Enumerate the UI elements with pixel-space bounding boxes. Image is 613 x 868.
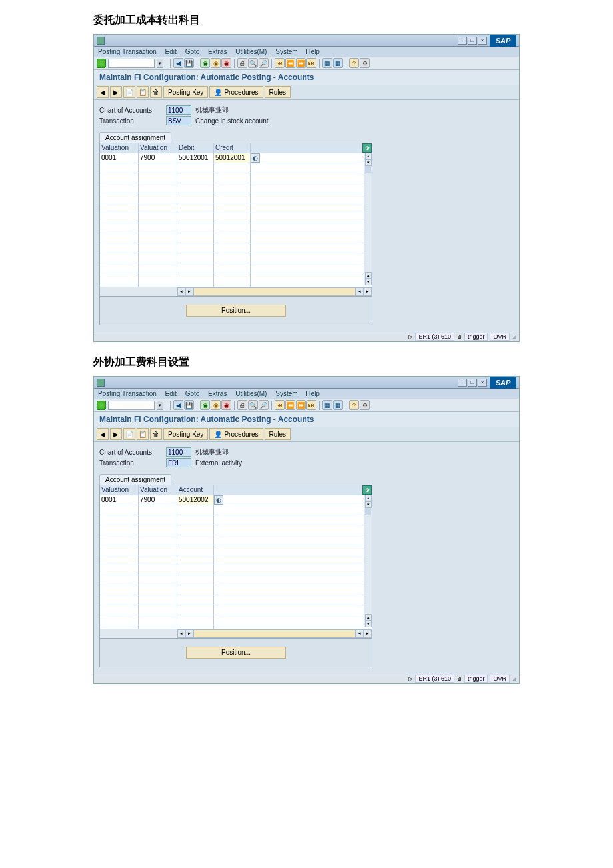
close-icon[interactable]: × — [478, 37, 487, 45]
rules-button[interactable]: Rules — [265, 428, 291, 440]
find-next-icon[interactable]: 🔎 — [259, 58, 269, 68]
new-entries-icon[interactable]: 📄 — [123, 86, 135, 98]
table-row[interactable]: 0001 7900 50012002 ◐ — [100, 495, 372, 505]
enter-icon[interactable] — [97, 59, 106, 68]
delete-icon[interactable]: 🗑 — [150, 428, 162, 440]
tab-account-assignment[interactable]: Account assignment — [99, 474, 171, 485]
menu-system[interactable]: System — [275, 48, 297, 55]
cancel-icon[interactable]: ◉ — [221, 58, 231, 68]
command-dropdown-icon[interactable]: ▾ — [157, 401, 163, 410]
hscroll-left2-icon[interactable]: ◂ — [356, 629, 364, 638]
layout-icon[interactable]: ⚙ — [360, 400, 370, 410]
menu-edit[interactable]: Edit — [165, 48, 177, 55]
copy-icon[interactable]: 📋 — [137, 428, 149, 440]
hscroll-right2-icon[interactable]: ▸ — [364, 287, 372, 296]
menu-utilities[interactable]: Utilities(M) — [235, 390, 267, 397]
hscroll-left-icon[interactable]: ◂ — [177, 629, 185, 638]
menu-help[interactable]: Help — [306, 48, 320, 55]
command-field[interactable] — [108, 401, 155, 410]
search-help-icon[interactable]: ◐ — [251, 153, 260, 163]
menu-goto[interactable]: Goto — [185, 48, 200, 55]
grid-config-icon[interactable]: ⚙ — [362, 485, 372, 495]
last-page-icon[interactable]: ⏭ — [306, 58, 316, 68]
grid-config-icon[interactable]: ⚙ — [362, 143, 372, 153]
procedures-button[interactable]: 👤Procedures — [209, 86, 263, 98]
enter-icon[interactable] — [97, 401, 106, 410]
scroll-down-icon[interactable]: ▾ — [365, 501, 372, 508]
shortcut-icon[interactable]: ▦ — [333, 58, 343, 68]
menu-help[interactable]: Help — [306, 390, 320, 397]
posting-key-button[interactable]: Posting Key — [163, 86, 208, 98]
rules-button[interactable]: Rules — [265, 86, 291, 98]
horizontal-scrollbar[interactable]: ◂ ▸ ◂ ▸ — [100, 629, 372, 638]
find-icon[interactable]: 🔍 — [248, 400, 258, 410]
find-icon[interactable]: 🔍 — [248, 58, 258, 68]
copy-icon[interactable]: 📋 — [137, 86, 149, 98]
prev-page-icon[interactable]: ⏪ — [285, 400, 295, 410]
cell-vm[interactable]: 0001 — [100, 495, 139, 505]
minimize-icon[interactable]: — — [458, 379, 467, 387]
exit-icon[interactable]: ◉ — [211, 400, 221, 410]
new-session-icon[interactable]: ▦ — [322, 58, 332, 68]
delete-icon[interactable]: 🗑 — [150, 86, 162, 98]
hscroll-right-icon[interactable]: ▸ — [185, 629, 193, 638]
help-icon[interactable]: ? — [349, 400, 359, 410]
search-help-icon[interactable]: ◐ — [214, 495, 223, 505]
scroll-up2-icon[interactable]: ▴ — [365, 272, 372, 279]
scroll-up-icon[interactable]: ▴ — [365, 153, 372, 159]
last-page-icon[interactable]: ⏭ — [306, 400, 316, 410]
menu-extras[interactable]: Extras — [208, 48, 227, 55]
command-dropdown-icon[interactable]: ▾ — [157, 59, 163, 68]
scroll-up-icon[interactable]: ▴ — [365, 495, 372, 501]
next-icon[interactable]: ▶ — [110, 86, 122, 98]
close-icon[interactable]: × — [478, 379, 487, 387]
next-icon[interactable]: ▶ — [110, 428, 122, 440]
first-page-icon[interactable]: ⏮ — [275, 400, 285, 410]
hscroll-left2-icon[interactable]: ◂ — [356, 287, 364, 296]
menu-goto[interactable]: Goto — [185, 390, 200, 397]
cell-account[interactable]: 50012002 — [177, 495, 214, 505]
find-next-icon[interactable]: 🔎 — [259, 400, 269, 410]
scroll-down-icon[interactable]: ▾ — [365, 159, 372, 166]
cell-debit[interactable]: 50012001 — [177, 153, 214, 163]
procedures-button[interactable]: 👤Procedures — [209, 428, 263, 440]
shortcut-icon[interactable]: ▦ — [333, 400, 343, 410]
hscroll-right-icon[interactable]: ▸ — [185, 287, 193, 296]
print-icon[interactable]: 🖨 — [237, 400, 247, 410]
save-icon[interactable]: ◀ — [173, 58, 183, 68]
menu-edit[interactable]: Edit — [165, 390, 177, 397]
menu-utilities[interactable]: Utilities(M) — [235, 48, 267, 55]
prev-page-icon[interactable]: ⏪ — [285, 58, 295, 68]
cell-vm[interactable]: 0001 — [100, 153, 139, 163]
cell-vc[interactable]: 7900 — [139, 153, 177, 163]
back-icon[interactable]: ◉ — [200, 400, 210, 410]
next-page-icon[interactable]: ⏩ — [296, 400, 306, 410]
print-icon[interactable]: 🖨 — [237, 58, 247, 68]
hscroll-right2-icon[interactable]: ▸ — [364, 629, 372, 638]
next-page-icon[interactable]: ⏩ — [296, 58, 306, 68]
hscroll-left-icon[interactable]: ◂ — [177, 287, 185, 296]
cancel-icon[interactable]: ◉ — [221, 400, 231, 410]
maximize-icon[interactable]: □ — [468, 379, 477, 387]
new-entries-icon[interactable]: 📄 — [123, 428, 135, 440]
help-icon[interactable]: ? — [349, 58, 359, 68]
disk-icon[interactable]: 💾 — [184, 58, 194, 68]
horizontal-scrollbar[interactable]: ◂ ▸ ◂ ▸ — [100, 287, 372, 296]
cell-credit[interactable]: 50012001 — [214, 153, 251, 163]
tab-account-assignment[interactable]: Account assignment — [99, 132, 171, 143]
first-page-icon[interactable]: ⏮ — [275, 58, 285, 68]
save-icon[interactable]: ◀ — [173, 400, 183, 410]
menu-posting[interactable]: Posting Transaction — [98, 48, 157, 55]
vertical-scrollbar[interactable]: ▴ ▾ ▴ ▾ — [364, 495, 372, 627]
table-row[interactable]: 0001 7900 50012001 50012001 ◐ — [100, 153, 372, 163]
new-session-icon[interactable]: ▦ — [322, 400, 332, 410]
layout-icon[interactable]: ⚙ — [360, 58, 370, 68]
cell-vc[interactable]: 7900 — [139, 495, 177, 505]
vertical-scrollbar[interactable]: ▴ ▾ ▴ ▾ — [364, 153, 372, 285]
exit-icon[interactable]: ◉ — [211, 58, 221, 68]
menu-extras[interactable]: Extras — [208, 390, 227, 397]
menu-posting[interactable]: Posting Transaction — [98, 390, 157, 397]
scroll-down2-icon[interactable]: ▾ — [365, 621, 372, 627]
position-button[interactable]: Position... — [186, 305, 286, 317]
menu-system[interactable]: System — [275, 390, 297, 397]
